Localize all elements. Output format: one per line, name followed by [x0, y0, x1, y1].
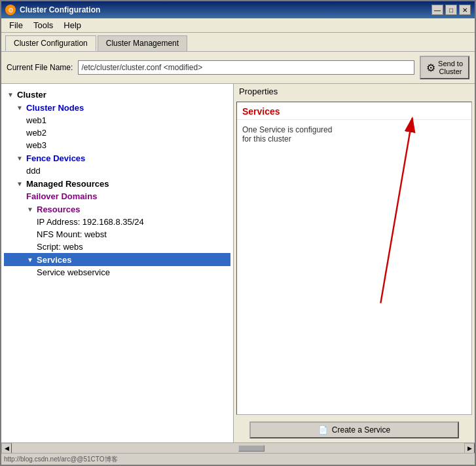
tree-node-managed-resources[interactable]: ▼ Managed Resources: [4, 177, 230, 190]
toggle-services: ▼: [25, 254, 35, 265]
resources-label: Resources: [37, 204, 80, 214]
send-btn-text: Send to Cluster: [438, 60, 463, 75]
main-content: ▼ Cluster ▼ Cluster Nodes web1 web2 web3: [1, 83, 475, 442]
tree-node-cluster[interactable]: ▼ Cluster: [4, 88, 230, 101]
toggle-resources: ▼: [25, 204, 35, 214]
toggle-fence-devices: ▼: [14, 153, 25, 163]
scroll-track[interactable]: [12, 445, 464, 452]
services-text-line1: One Service is configured: [242, 125, 466, 134]
services-label: Services: [37, 255, 72, 265]
tree-node-ddd[interactable]: ddd: [4, 165, 230, 177]
tree-node-resources[interactable]: ▼ Resources: [4, 203, 230, 216]
left-panel: ▼ Cluster ▼ Cluster Nodes web1 web2 web3: [1, 84, 234, 442]
right-panel: Properties Services One Service is confi…: [234, 84, 475, 442]
managed-resources-label: Managed Resources: [26, 179, 109, 189]
create-service-label: Create a Service: [332, 425, 390, 435]
main-window: ⚙ Cluster Configuration — □ ✕ File Tools…: [0, 0, 476, 466]
tree-node-web2[interactable]: web2: [4, 126, 230, 139]
maximize-button[interactable]: □: [445, 5, 457, 15]
title-bar-left: ⚙ Cluster Configuration: [5, 5, 100, 15]
tree-node-web1[interactable]: web1: [4, 114, 230, 126]
send-line1: Send to: [438, 60, 463, 68]
horizontal-scrollbar: ◀ ▶: [1, 442, 475, 453]
cluster-label: Cluster: [17, 90, 46, 100]
tree-node-failover-domains[interactable]: Failover Domains: [4, 190, 230, 203]
scroll-left-button[interactable]: ◀: [1, 443, 12, 454]
nfs-mount-label: NFS Mount: webst: [37, 229, 107, 239]
scroll-thumb[interactable]: [238, 445, 265, 452]
properties-header: Properties: [234, 84, 475, 99]
toggle-managed-resources: ▼: [14, 178, 25, 189]
web3-label: web3: [26, 140, 46, 150]
arrow-indicator: [237, 102, 471, 414]
web2-label: web2: [26, 128, 46, 138]
service-webservice-label: Service webservice: [37, 267, 110, 277]
tab-bar: Cluster Configuration Cluster Management: [1, 33, 475, 51]
filename-label: Current File Name:: [7, 63, 73, 72]
url-text: http://blog.csdn.net/arc@@51CTO博客: [4, 455, 118, 464]
failover-domains-label: Failover Domains: [26, 191, 97, 201]
filename-row: Current File Name: ⚙ Send to Cluster: [1, 52, 475, 83]
url-bar: http://blog.csdn.net/arc@@51CTO博客: [1, 453, 475, 465]
scroll-right-button[interactable]: ▶: [464, 443, 475, 454]
tree-node-services[interactable]: ▼ Services: [4, 253, 230, 266]
tree-node-cluster-nodes[interactable]: ▼ Cluster Nodes: [4, 101, 230, 114]
close-button[interactable]: ✕: [459, 5, 471, 15]
app-icon-symbol: ⚙: [8, 7, 14, 14]
bottom-bar: 📄 Create a Service: [234, 417, 475, 442]
script-label: Script: webs: [37, 242, 83, 252]
tab-cluster-management[interactable]: Cluster Management: [98, 35, 187, 51]
web1-label: web1: [26, 115, 46, 125]
window-title: Cluster Configuration: [20, 5, 100, 14]
send-line2: Cluster: [439, 68, 462, 75]
menu-file[interactable]: File: [4, 19, 28, 31]
toggle-cluster: ▼: [5, 89, 16, 100]
services-title: Services: [237, 102, 471, 120]
tree-node-script[interactable]: Script: webs: [4, 241, 230, 253]
create-service-icon: 📄: [318, 425, 328, 435]
tree-node-nfs-mount[interactable]: NFS Mount: webst: [4, 228, 230, 241]
tab-cluster-configuration[interactable]: Cluster Configuration: [5, 35, 96, 51]
title-bar: ⚙ Cluster Configuration — □ ✕: [1, 1, 475, 18]
window-controls: — □ ✕: [431, 5, 471, 15]
tree-node-fence-devices[interactable]: ▼ Fence Devices: [4, 151, 230, 165]
ddd-label: ddd: [26, 166, 41, 176]
tree-node-web3[interactable]: web3: [4, 139, 230, 151]
menu-bar: File Tools Help: [1, 18, 475, 33]
filename-input[interactable]: [78, 60, 414, 75]
services-text: One Service is configured for this clust…: [237, 120, 471, 149]
send-to-cluster-button[interactable]: ⚙ Send to Cluster: [420, 56, 469, 79]
tree-node-service-webservice[interactable]: Service webservice: [4, 266, 230, 279]
tree-node-ip-address[interactable]: IP Address: 192.168.8.35/24: [4, 216, 230, 228]
services-text-line2: for this cluster: [242, 134, 466, 144]
create-service-button[interactable]: 📄 Create a Service: [249, 421, 459, 438]
gear-icon: ⚙: [426, 62, 435, 74]
ip-address-label: IP Address: 192.168.8.35/24: [37, 217, 144, 227]
toggle-cluster-nodes: ▼: [14, 102, 25, 113]
fence-devices-label: Fence Devices: [26, 153, 85, 163]
minimize-button[interactable]: —: [431, 5, 443, 15]
cluster-nodes-label: Cluster Nodes: [26, 103, 84, 113]
tree-container: ▼ Cluster ▼ Cluster Nodes web1 web2 web3: [1, 84, 233, 282]
app-icon: ⚙: [5, 5, 16, 15]
menu-tools[interactable]: Tools: [28, 19, 58, 31]
properties-content: Services One Service is configured for t…: [236, 102, 472, 415]
menu-help[interactable]: Help: [58, 19, 86, 31]
